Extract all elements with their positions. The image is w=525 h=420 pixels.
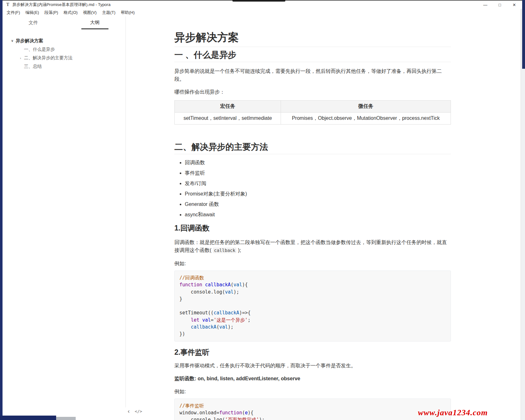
outline-caret-icon[interactable]: › xyxy=(18,56,23,60)
window-title: 异步解决方案(内涵Promise基本原理详解).md - Typora xyxy=(12,2,110,8)
sidebar-divider xyxy=(125,16,126,407)
code-token-pln: setTimeout(( xyxy=(179,310,213,316)
outline-caret-icon[interactable]: ∨ xyxy=(10,39,15,43)
outline-item[interactable]: 三、总结 xyxy=(3,62,125,71)
method-list: 回调函数事件监听发布/订阅Promise对象(主要分析对象)Generator … xyxy=(174,159,451,219)
sidebar-collapse-icon[interactable]: ‹ xyxy=(128,408,130,414)
menu-item[interactable]: 段落(P) xyxy=(42,9,60,16)
window-controls: — □ ✕ xyxy=(483,1,517,9)
callback-heading: 1.回调函数 xyxy=(174,224,451,232)
menu-item[interactable]: 格式(O) xyxy=(61,9,80,16)
close-button[interactable]: ✕ xyxy=(512,3,517,7)
code-line: window.onload=function(e){ xyxy=(179,409,446,416)
code-token-pln xyxy=(179,324,191,330)
code-token-var2: callbackA xyxy=(191,324,216,330)
outline-item-label: 二、解决异步的主要方法 xyxy=(24,55,73,61)
taskbar-button-fragment xyxy=(56,417,76,420)
outline-item-label: 一、什么是异步 xyxy=(24,47,55,52)
table-header-cell: 微任务 xyxy=(281,101,451,113)
code-line: callbackA(val); xyxy=(179,324,446,330)
desktop-edge-blob xyxy=(232,0,285,2)
code-line: } xyxy=(179,295,446,302)
code-line xyxy=(179,302,446,309)
sidebar-tabs: 文件 大纲 xyxy=(3,16,125,30)
event-heading: 2.事件监听 xyxy=(174,348,451,357)
section1-paragraph2: 哪些操作会出现异步： xyxy=(174,88,451,96)
menu-item[interactable]: 编辑(E) xyxy=(23,9,41,16)
list-item: async和await xyxy=(185,211,451,219)
list-item: Generator 函数 xyxy=(185,200,451,208)
code-token-pln xyxy=(199,317,202,323)
code-token-pln: window.onload= xyxy=(179,410,219,416)
desktop-edge-left xyxy=(0,0,3,420)
sidebar: 文件 大纲 ∨异步解决方案一、什么是异步›二、解决异步的主要方法三、总结 xyxy=(3,16,125,420)
code-token-pln xyxy=(202,282,205,288)
listener-functions-line: 监听函数: on, bind, listen, addEventListener… xyxy=(174,375,451,382)
source-mode-icon[interactable]: </> xyxy=(135,409,142,414)
section1-heading: 一 、什么是异步 xyxy=(174,50,451,62)
listener-label: 监听函数 xyxy=(174,376,195,381)
window-titlebar: T 异步解决方案(内涵Promise基本原理详解).md - Typora — … xyxy=(3,1,522,9)
listener-items: on, bind, listen, addEventListener, obse… xyxy=(198,376,300,381)
code-token-pln: ( xyxy=(242,410,245,416)
scrollbar-track[interactable] xyxy=(521,9,525,420)
table-cell: setTimeout，setInterval，setImmediate xyxy=(175,113,281,125)
task-table: 宏任务微任务setTimeout，setInterval，setImmediat… xyxy=(174,100,451,125)
outline-item[interactable]: ›二、解决异步的主要方法 xyxy=(3,54,125,62)
table-row: setTimeout，setInterval，setImmediatePromi… xyxy=(175,113,451,125)
watermark-text: www.java1234.com xyxy=(418,408,488,417)
code-token-str: '这是一个异步' xyxy=(213,317,248,323)
code-token-pln: console.log( xyxy=(179,417,225,420)
code-line: //事件监听 xyxy=(179,402,446,409)
code-token-pln: ( xyxy=(231,282,234,288)
menu-item[interactable]: 主题(T) xyxy=(100,9,118,16)
table-header-cell: 宏任务 xyxy=(175,101,281,113)
tab-files-label: 文件 xyxy=(20,17,47,29)
code-token-def: callbackA xyxy=(205,282,230,288)
menu-item[interactable]: 视图(V) xyxy=(81,9,99,16)
list-item: 发布/订阅 xyxy=(185,179,451,187)
outline-item-label: 三、总结 xyxy=(24,64,42,69)
code-token-var2: callbackA xyxy=(213,310,239,316)
list-item: 回调函数 xyxy=(185,159,451,166)
typora-window: T 异步解决方案(内涵Promise基本原理详解).md - Typora — … xyxy=(0,0,525,420)
code-block-event[interactable]: //事件监听window.onload=function(e){ console… xyxy=(174,399,451,420)
taskbar-fragment xyxy=(0,416,56,420)
code-token-com: //回调函数 xyxy=(179,275,204,281)
code-line: //回调函数 xyxy=(179,274,446,281)
document: 异步解决方案 一 、什么是异步 异步简单的说就是一个任务不可能连续完成，需要先执… xyxy=(174,16,451,420)
code-line: console.log('页面加载完成'); xyxy=(179,416,446,420)
code-token-def: val xyxy=(202,317,211,323)
tab-files[interactable]: 文件 xyxy=(3,16,64,30)
table-cell: Promises，Object.observe，MutationObserver… xyxy=(281,113,451,125)
scrollbar-thumb[interactable] xyxy=(522,0,525,69)
minimize-button[interactable]: — xyxy=(483,3,488,7)
tab-outline[interactable]: 大纲 xyxy=(64,16,125,30)
callback-text-after: ); xyxy=(236,248,241,253)
code-token-pln: console.log( xyxy=(179,289,225,295)
section1-paragraph: 异步简单的说就是一个任务不可能连续完成，需要先执行一段，然后转而执行其他任务，等… xyxy=(174,67,451,83)
callback-inline-code: callback xyxy=(213,248,236,253)
menu-item[interactable]: 帮助(H) xyxy=(119,9,137,16)
menubar: 文件(F)编辑(E)段落(P)格式(O)视图(V)主题(T)帮助(H) xyxy=(3,9,522,16)
code-token-com: //事件监听 xyxy=(179,403,204,409)
outline-item[interactable]: ∨异步解决方案 xyxy=(3,37,125,45)
tab-outline-label: 大纲 xyxy=(81,17,108,29)
menu-item[interactable]: 文件(F) xyxy=(4,9,22,16)
code-token-var2: val xyxy=(225,289,234,295)
code-line: }) xyxy=(179,330,446,337)
code-token-def: e xyxy=(245,410,248,416)
code-token-kw: function xyxy=(219,410,242,416)
code-block-callback[interactable]: //回调函数function callbackA(val){ console.l… xyxy=(174,271,451,341)
example-label-2: 例如: xyxy=(174,388,451,395)
outline-item[interactable]: 一、什么是异步 xyxy=(3,45,125,54)
section2-heading: 二、解决异步的主要方法 xyxy=(174,142,451,154)
code-token-pln: )=>{ xyxy=(239,310,251,316)
code-token-pln: ){ xyxy=(242,282,248,288)
code-line: setTimeout((callbackA)=>{ xyxy=(179,309,446,316)
maximize-button[interactable]: □ xyxy=(497,3,502,7)
code-token-var2: val xyxy=(219,324,228,330)
code-token-pln: ); xyxy=(234,289,239,295)
code-line: console.log(val); xyxy=(179,289,446,295)
editor-content[interactable]: 异步解决方案 一 、什么是异步 异步简单的说就是一个任务不可能连续完成，需要先执… xyxy=(126,16,521,420)
